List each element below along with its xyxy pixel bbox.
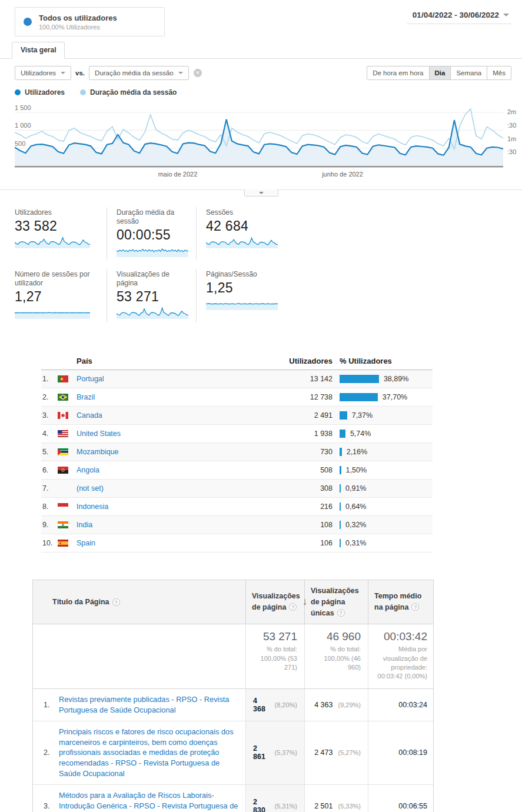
country-link[interactable]: United States (77, 430, 253, 438)
avg-time-cell: 00:03:24 (368, 689, 434, 721)
country-row: 3.Canada2 4917,37% (41, 407, 433, 425)
flag-icon-us (58, 430, 77, 437)
audience-segment-card[interactable]: Todos os utilizadores 100,00% Utilizador… (15, 7, 165, 36)
total-avg-time: 00:03:42 (375, 630, 427, 643)
country-table: País Utilizadores % Utilizadores 1.Portu… (41, 353, 433, 553)
legend-item: Duração média da sessão (80, 88, 177, 96)
remove-metric-icon[interactable]: ✕ (194, 69, 202, 77)
row-rank: 3. (41, 411, 58, 420)
help-icon[interactable]: ? (289, 603, 297, 611)
primary-metric-label: Utilizadores (21, 69, 56, 76)
date-range-picker[interactable]: 01/04/2022 - 30/06/2022 (407, 11, 511, 24)
scorecard-dura-o-m-dia-da-sess-o[interactable]: Duração média da sessão 00:00:55 (107, 207, 196, 261)
audience-title: Todos os utilizadores (39, 14, 117, 22)
row-rank: 1. (41, 375, 58, 383)
help-icon[interactable]: ? (411, 603, 419, 611)
pageviews-cell: 2 830(5,31%) (246, 785, 305, 812)
country-link[interactable]: Canada (77, 411, 253, 420)
country-link[interactable]: (not set) (77, 484, 253, 492)
granularity-button-semana[interactable]: Semana (451, 66, 487, 80)
pages-table-body: 1.Revistas previamente publicadas - RPSO… (33, 689, 433, 812)
metric-controls: Utilizadores vs. Duração média da sessão… (0, 59, 522, 82)
country-link[interactable]: Indonesia (77, 502, 253, 511)
country-users-value: 2 491 (253, 411, 333, 420)
country-percent-value: 37,70% (383, 393, 407, 401)
country-link[interactable]: India (77, 521, 253, 529)
collapse-chart-button[interactable] (244, 189, 278, 197)
row-rank: 3. (44, 802, 59, 810)
col-header-utilizadores[interactable]: Utilizadores (253, 357, 333, 365)
country-percent-value: 0,31% (345, 539, 366, 547)
country-users-value: 108 (253, 521, 333, 529)
scorecard-n-mero-de-sess-es-por-utilizador[interactable]: Número de sessões por utilizador 1,27 (15, 269, 107, 322)
chevron-down-icon (259, 192, 264, 194)
row-rank: 8. (41, 502, 58, 511)
country-users-value: 106 (253, 539, 333, 547)
pages-table: Título da Página ? Visualizações de pági… (32, 580, 434, 812)
chevron-down-icon (61, 72, 65, 74)
row-rank: 2. (41, 393, 58, 401)
page-title-link[interactable]: Métodos para a Avaliação de Riscos Labor… (59, 790, 240, 812)
x-axis-month-label: junho de 2022 (301, 171, 384, 178)
country-link[interactable]: Angola (77, 466, 253, 474)
sparkline-chart (206, 235, 278, 248)
col-header-titulo[interactable]: Título da Página ? (33, 580, 246, 624)
country-link[interactable]: Brazil (77, 393, 253, 401)
percent-bar (340, 466, 341, 474)
page-title-link[interactable]: Revistas previamente publicadas - RPSO -… (59, 694, 240, 716)
avg-time-cell: 00:08:19 (368, 721, 434, 785)
tab-vista-geral[interactable]: Vista geral (12, 42, 65, 59)
country-row: 6.Angola5081,50% (41, 461, 433, 480)
scorecard-sess-es[interactable]: Sessões 42 684 (196, 207, 283, 261)
y-axis-right-tick: :30 (507, 148, 516, 155)
help-icon[interactable]: ? (337, 609, 345, 617)
percent-bar (340, 448, 342, 456)
country-row: 5.Mozambique7302,16% (41, 443, 433, 461)
scorecard-p-ginas-sess-o[interactable]: Páginas/Sessão 1,25 (196, 269, 283, 322)
secondary-metric-select[interactable]: Duração média da sessão (89, 66, 189, 80)
y-axis-right-tick: 2m (507, 108, 516, 115)
timeline-chart-svg (15, 104, 503, 173)
col-header-pct-utilizadores[interactable]: % Utilizadores (333, 357, 433, 365)
granularity-button-mês[interactable]: Mês (487, 66, 511, 80)
country-users-value: 1 938 (253, 430, 333, 438)
pageviews-cell: 2 861(5,37%) (246, 721, 305, 785)
country-link[interactable]: Spain (77, 539, 253, 547)
timeline-chart[interactable]: 1 5001 0005002m:301m:30maio de 2022junho… (0, 100, 522, 189)
country-table-body: 1.Portugal13 14238,89%2.Brazil12 73837,7… (41, 370, 433, 553)
header-row: Todos os utilizadores 100,00% Utilizador… (0, 0, 522, 36)
sparkline-chart (117, 244, 188, 257)
country-percent-value: 38,89% (384, 375, 408, 383)
legend-dot-icon (15, 89, 21, 95)
help-icon[interactable]: ? (112, 598, 120, 606)
country-percent-value: 0,91% (345, 484, 366, 492)
row-rank: 6. (41, 466, 58, 474)
country-row: 1.Portugal13 14238,89% (41, 370, 433, 388)
scorecard-value: 42 684 (206, 218, 274, 234)
granularity-button-dia[interactable]: Dia (430, 66, 451, 80)
chevron-down-icon (503, 14, 509, 16)
audience-subtitle: 100,00% Utilizadores (39, 24, 117, 31)
col-header-unique-pageviews[interactable]: Visualizações de página únicas? (305, 580, 368, 624)
scorecard-utilizadores[interactable]: Utilizadores 33 582 (15, 207, 107, 261)
country-row: 2.Brazil12 73837,70% (41, 388, 433, 407)
y-axis-right-tick: :30 (507, 122, 516, 129)
country-percent-value: 2,16% (347, 448, 367, 456)
country-percent-value: 0,32% (345, 521, 366, 529)
primary-metric-select[interactable]: Utilizadores (15, 66, 71, 80)
scorecard-visualiza-es-de-p-gina[interactable]: Visualizações de página 53 271 (107, 269, 196, 322)
country-link[interactable]: Mozambique (77, 448, 253, 456)
granularity-button-de-hora-em-hora[interactable]: De hora em hora (367, 66, 429, 80)
percent-bar (340, 430, 345, 438)
country-link[interactable]: Portugal (77, 375, 253, 383)
percent-bar (340, 393, 378, 401)
col-header-pageviews[interactable]: Visualizações de página? ↓ (246, 580, 305, 624)
scorecard-value: 00:00:55 (117, 227, 187, 243)
row-rank: 9. (41, 521, 58, 529)
row-rank: 10. (41, 539, 58, 547)
audience-donut-icon (24, 18, 32, 26)
country-row: 9.India1080,32% (41, 516, 433, 534)
col-header-pais[interactable]: País (77, 357, 253, 365)
page-title-link[interactable]: Principais riscos e fatores de risco ocu… (59, 727, 240, 780)
col-header-avg-time[interactable]: Tempo médio na página? (368, 580, 434, 624)
